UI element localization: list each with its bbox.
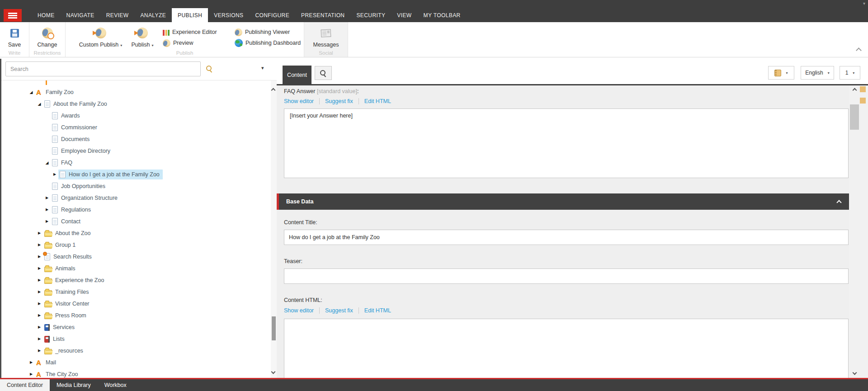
tree-item-commissioner[interactable]: Commissioner <box>1 122 271 133</box>
header-scroll-arrow-icon[interactable]: ▾ <box>863 1 865 6</box>
edit-html-link[interactable]: Edit HTML <box>364 98 391 104</box>
expand-icon[interactable] <box>36 302 43 306</box>
tree-item-organization-structure[interactable]: Organization Structure <box>1 192 271 204</box>
expand-icon[interactable] <box>36 231 43 235</box>
expand-icon[interactable] <box>43 220 51 223</box>
folder-icon <box>44 243 52 249</box>
collapse-icon[interactable] <box>28 90 35 94</box>
publishing-viewer-button[interactable]: Publishing Viewer <box>235 28 301 37</box>
tree-item-services[interactable]: Services <box>1 321 271 333</box>
collapse-ribbon-button[interactable] <box>857 46 861 54</box>
publish-button[interactable]: Publish▾ <box>124 25 160 48</box>
language-flag-button[interactable]: ▾ <box>768 66 794 80</box>
show-editor-link[interactable]: Show editor <box>284 307 314 314</box>
search-input[interactable] <box>5 61 201 76</box>
search-options-caret[interactable]: ▾ <box>261 65 264 71</box>
tab-view[interactable]: VIEW <box>391 8 417 22</box>
tree-item-awards[interactable]: Awards <box>1 110 271 122</box>
edit-html-link[interactable]: Edit HTML <box>364 307 391 314</box>
expand-icon[interactable] <box>36 349 43 353</box>
tree-item-how-do-i-get-a-job[interactable]: How do I get a job at the Family Zoo <box>1 169 271 180</box>
tree-item-experience-the-zoo[interactable]: Experience the Zoo <box>1 274 271 286</box>
collapse-section-icon[interactable] <box>836 200 841 205</box>
tab-navigate[interactable]: NAVIGATE <box>61 8 100 22</box>
version-selector-button[interactable]: 1▾ <box>840 66 860 80</box>
item-search-button[interactable] <box>315 66 332 80</box>
collapse-icon[interactable] <box>36 102 43 106</box>
hamburger-menu-button[interactable] <box>4 9 22 22</box>
expand-icon[interactable] <box>43 196 51 200</box>
scrollbar-thumb[interactable] <box>272 316 276 340</box>
expand-icon[interactable] <box>36 278 43 282</box>
tab-security[interactable]: SECURITY <box>350 8 391 22</box>
tree-item-contact[interactable]: Contact <box>1 216 271 227</box>
expand-icon[interactable] <box>36 255 43 259</box>
collapse-icon[interactable] <box>43 161 51 165</box>
expand-icon[interactable] <box>36 337 43 341</box>
tree-item-family-zoo[interactable]: Family Zoo <box>1 86 271 98</box>
expand-icon[interactable] <box>28 372 35 376</box>
tree-item-employee-directory[interactable]: Employee Directory <box>1 145 271 157</box>
preview-button[interactable]: Preview <box>163 38 217 47</box>
tab-versions[interactable]: VERSIONS <box>208 8 249 22</box>
expand-icon[interactable] <box>51 173 58 176</box>
expand-icon[interactable] <box>36 325 43 329</box>
scroll-down-icon[interactable] <box>271 370 276 374</box>
tree-item-about-the-family-zoo[interactable]: About the Family Zoo <box>1 98 271 110</box>
tree-item-documents[interactable]: Documents <box>1 133 271 145</box>
tree-item-search-results[interactable]: Search Results <box>1 251 271 263</box>
editor-scrollbar[interactable] <box>849 85 868 378</box>
expand-icon[interactable] <box>36 290 43 294</box>
messages-button[interactable]: Messages <box>304 25 348 48</box>
tree-item-visitor-center[interactable]: Visitor Center <box>1 298 271 310</box>
suggest-fix-link[interactable]: Suggest fix <box>325 307 353 314</box>
change-restrictions-button[interactable]: Change <box>29 25 65 48</box>
scroll-down-icon[interactable] <box>853 371 857 375</box>
footer-tab-media-library[interactable]: Media Library <box>50 379 98 391</box>
tree-item-group-1[interactable]: Group 1 <box>1 239 271 251</box>
expand-icon[interactable] <box>36 314 43 317</box>
custom-publish-button[interactable]: Custom Publish▾ <box>70 25 131 48</box>
faq-answer-editor[interactable]: [Insert your Answer here] <box>284 108 849 178</box>
publishing-dashboard-button[interactable]: Publishing Dashboard <box>235 38 301 47</box>
tree-item-animals[interactable]: Animals <box>1 263 271 274</box>
base-data-section-header[interactable]: Base Data <box>277 193 849 210</box>
footer-tab-content-editor[interactable]: Content Editor <box>0 379 50 391</box>
tab-configure[interactable]: CONFIGURE <box>249 8 295 22</box>
tree-item-training-files[interactable]: Training Files <box>1 286 271 298</box>
tree-item-lists[interactable]: Lists <box>1 333 271 345</box>
scroll-up-icon[interactable] <box>271 88 276 93</box>
tree-item-faq[interactable]: FAQ <box>1 157 271 169</box>
tree-item-job-opportunities[interactable]: Job Opportunities <box>1 180 271 192</box>
scroll-up-icon[interactable] <box>853 88 857 93</box>
expand-icon[interactable] <box>28 361 35 364</box>
tab-content[interactable]: Content <box>283 66 311 84</box>
tree-item-resources[interactable]: _resources <box>1 345 271 357</box>
expand-icon[interactable] <box>36 267 43 270</box>
content-title-input[interactable] <box>284 230 849 245</box>
save-button[interactable]: Save <box>0 25 29 48</box>
tree-item-press-room[interactable]: Press Room <box>1 310 271 321</box>
show-editor-link[interactable]: Show editor <box>284 98 314 104</box>
tree-item-regulations[interactable]: Regulations <box>1 204 271 216</box>
tab-presentation[interactable]: PRESENTATION <box>295 8 350 22</box>
tree-scrollbar[interactable] <box>271 80 277 378</box>
tab-my-toolbar[interactable]: MY TOOLBAR <box>418 8 467 22</box>
tab-publish[interactable]: PUBLISH <box>172 8 208 22</box>
tree-item-about-the-zoo[interactable]: About the Zoo <box>1 227 271 239</box>
tab-analyze[interactable]: ANALYZE <box>134 8 172 22</box>
expand-icon[interactable] <box>36 243 43 247</box>
expand-icon[interactable] <box>43 208 51 212</box>
content-html-editor[interactable] <box>284 319 849 378</box>
search-icon[interactable] <box>206 66 212 72</box>
experience-editor-button[interactable]: Experience Editor <box>163 28 217 37</box>
language-selector-button[interactable]: English▾ <box>801 66 834 80</box>
suggest-fix-link[interactable]: Suggest fix <box>325 98 353 104</box>
scrollbar-thumb[interactable] <box>850 104 859 130</box>
tab-review[interactable]: REVIEW <box>100 8 135 22</box>
teaser-input[interactable] <box>284 269 849 284</box>
tab-home[interactable]: HOME <box>32 8 61 22</box>
tree-item-mail[interactable]: Mail <box>1 357 271 368</box>
footer-tab-workbox[interactable]: Workbox <box>98 379 133 391</box>
tree-item-the-city-zoo[interactable]: The City Zoo <box>1 368 271 378</box>
